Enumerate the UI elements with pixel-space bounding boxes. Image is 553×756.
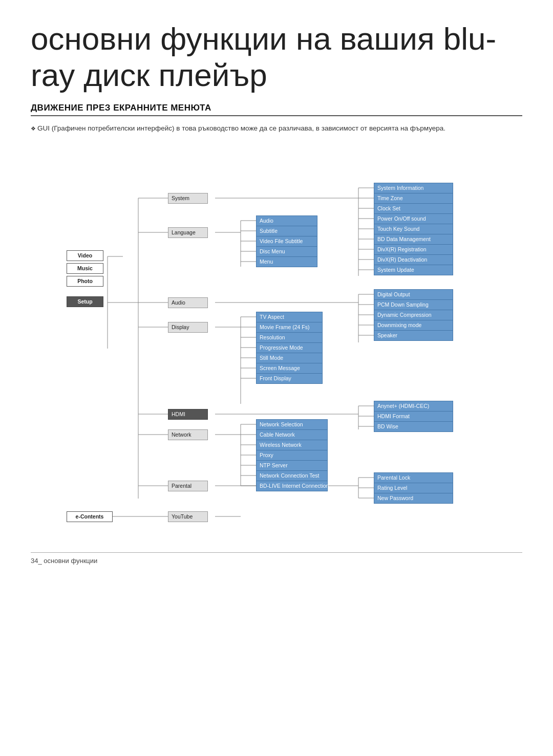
l2-hdmi: HDMI (168, 409, 208, 420)
bullet-text: GUI (Графичен потребителски интерфейс) в… (31, 123, 522, 134)
section-heading: ДВИЖЕНИЕ ПРЕЗ ЕКРАННИТЕ МЕНЮТА (31, 103, 522, 116)
r-new-password: New Password (374, 493, 453, 504)
l3-audio: Audio (256, 215, 317, 226)
l2-network: Network (168, 429, 208, 440)
menu-video: Video (67, 250, 103, 261)
r-system-info: System Information (374, 183, 453, 193)
l3-network-connection-test: Network Connection Test (256, 470, 328, 481)
menu-setup: Setup (67, 296, 103, 307)
r-divx-reg: DivX(R) Registration (374, 244, 453, 255)
r-speaker: Speaker (374, 330, 453, 341)
r-dynamic-compression: Dynamic Compression (374, 310, 453, 320)
l3-network-selection: Network Selection (256, 419, 328, 430)
r-bdwise: BD Wise (374, 421, 453, 432)
r-rating-level: Rating Level (374, 483, 453, 493)
r-pcm: PCM Down Sampling (374, 299, 453, 310)
l2-audio: Audio (168, 297, 208, 308)
footer: 34_ основни функции (31, 552, 522, 565)
l3-youtube: YouTube (168, 511, 208, 522)
r-digital-output: Digital Output (374, 289, 453, 300)
l3-tv-aspect: TV Aspect (256, 312, 323, 322)
l2-system: System (168, 193, 208, 204)
l3-still-mode: Still Mode (256, 353, 323, 363)
l3-front-display: Front Display (256, 373, 323, 384)
l3-resolution: Resolution (256, 332, 323, 343)
l3-proxy: Proxy (256, 450, 328, 461)
r-timezone: Time Zone (374, 193, 453, 204)
menu-econtents: e-Contents (67, 511, 113, 522)
l2-language: Language (168, 227, 208, 238)
l2-parental: Parental (168, 481, 208, 491)
l3-screen-message: Screen Message (256, 363, 323, 374)
r-hdmi-format: HDMI Format (374, 411, 453, 422)
r-bd-data: BD Data Management (374, 234, 453, 245)
l3-videofile-subtitle: Video File Subtitle (256, 236, 317, 247)
l3-wireless-network: Wireless Network (256, 440, 328, 450)
l3-bdlive: BD-LIVE Internet Connection (256, 481, 328, 491)
l3-progressive-mode: Progressive Mode (256, 342, 323, 353)
r-downmixing: Downmixing mode (374, 320, 453, 331)
l3-subtitle: Subtitle (256, 226, 317, 236)
l3-movie-frame: Movie Frame (24 Fs) (256, 322, 323, 333)
r-system-update: System Update (374, 265, 453, 275)
r-parental-lock: Parental Lock (374, 472, 453, 483)
l3-ntp-server: NTP Server (256, 460, 328, 471)
l2-display: Display (168, 322, 208, 333)
menu-photo: Photo (67, 276, 103, 287)
l3-disc-menu: Disc Menu (256, 246, 317, 257)
r-touch-sound: Touch Key Sound (374, 224, 453, 234)
r-anynet: Anynet+ (HDMI-CEC) (374, 401, 453, 412)
r-clock-set: Clock Set (374, 203, 453, 214)
l3-menu: Menu (256, 256, 317, 267)
page-title: основни функции на вашия blu-ray диск пл… (31, 20, 522, 94)
r-power-onoff: Power On/Off sound (374, 213, 453, 224)
r-divx-deact: DivX(R) Deactivation (374, 254, 453, 265)
l3-cable-network: Cable Network (256, 429, 328, 440)
menu-diagram: Video Music Photo Setup System Language … (56, 143, 497, 532)
menu-music: Music (67, 263, 103, 274)
